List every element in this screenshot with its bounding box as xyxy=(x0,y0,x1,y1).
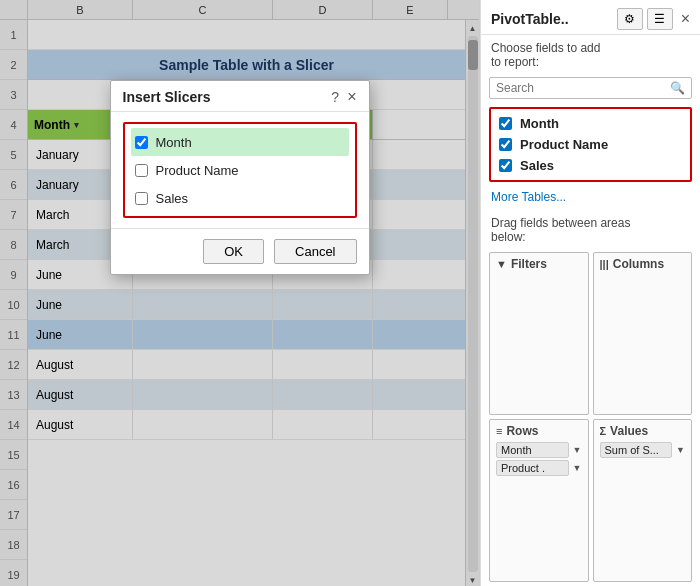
pivot-search-input[interactable] xyxy=(496,81,670,95)
field-checkbox-sales[interactable] xyxy=(499,159,512,172)
field-label-month: Month xyxy=(520,116,559,131)
area-columns-label: Columns xyxy=(613,257,664,271)
field-item-product-name[interactable]: Product Name xyxy=(491,134,690,155)
field-item-month[interactable]: Month xyxy=(491,113,690,134)
rows-product-label: Product . xyxy=(496,460,569,476)
pivot-area-rows: ≡ Rows Month ▼ Product . ▼ xyxy=(489,419,589,582)
area-rows-label: Rows xyxy=(506,424,538,438)
modal-title-bar: Insert Slicers ? × xyxy=(111,81,369,112)
modal-overlay: Insert Slicers ? × Month Product Name xyxy=(0,0,479,586)
spreadsheet-area: B C D E 1 2 3 4 5 6 7 8 9 10 11 12 13 14… xyxy=(0,0,480,586)
values-sum-label: Sum of S... xyxy=(600,442,673,458)
checkbox-sales-input[interactable] xyxy=(135,192,148,205)
checkbox-product-name-input[interactable] xyxy=(135,164,148,177)
pivot-drag-hint: Drag fields between areasbelow: xyxy=(481,208,700,248)
field-checkbox-product-name[interactable] xyxy=(499,138,512,151)
rows-month-arrow[interactable]: ▼ xyxy=(573,445,582,455)
area-filters-header: ▼ Filters xyxy=(496,257,582,271)
checkbox-product-name-label: Product Name xyxy=(156,163,239,178)
filter-icon: ▼ xyxy=(496,258,507,270)
pivot-search-box[interactable]: 🔍 xyxy=(489,77,692,99)
help-icon[interactable]: ? xyxy=(331,89,339,105)
modal-controls: ? × xyxy=(331,89,356,105)
pivot-settings-button[interactable]: ⚙ xyxy=(617,8,643,30)
checkbox-month-label: Month xyxy=(156,135,192,150)
values-sum-arrow[interactable]: ▼ xyxy=(676,445,685,455)
pivot-areas: ▼ Filters ||| Columns ≡ Rows Month ▼ Pro… xyxy=(481,248,700,586)
area-values-item-sum[interactable]: Sum of S... ▼ xyxy=(600,442,686,458)
area-filters-label: Filters xyxy=(511,257,547,271)
insert-slicers-dialog: Insert Slicers ? × Month Product Name xyxy=(110,80,370,275)
area-rows-header: ≡ Rows xyxy=(496,424,582,438)
search-icon: 🔍 xyxy=(670,81,685,95)
rows-icon: ≡ xyxy=(496,425,502,437)
field-label-sales: Sales xyxy=(520,158,554,173)
close-icon[interactable]: × xyxy=(347,89,356,105)
area-rows-item-product[interactable]: Product . ▼ xyxy=(496,460,582,476)
slicer-checkbox-group: Month Product Name Sales xyxy=(123,122,357,218)
area-values-label: Values xyxy=(610,424,648,438)
pivot-close-icon[interactable]: × xyxy=(681,10,690,28)
rows-month-label: Month xyxy=(496,442,569,458)
field-item-sales[interactable]: Sales xyxy=(491,155,690,176)
checkbox-sales-label: Sales xyxy=(156,191,189,206)
checkbox-product-name[interactable]: Product Name xyxy=(131,156,349,184)
more-tables-link[interactable]: More Tables... xyxy=(481,186,700,208)
pivot-subtitle: Choose fields to addto report: xyxy=(481,35,700,73)
pivot-area-columns: ||| Columns xyxy=(593,252,693,415)
rows-product-arrow[interactable]: ▼ xyxy=(573,463,582,473)
field-checkbox-month[interactable] xyxy=(499,117,512,130)
columns-icon: ||| xyxy=(600,258,609,270)
modal-body: Month Product Name Sales xyxy=(111,112,369,228)
checkbox-sales[interactable]: Sales xyxy=(131,184,349,212)
values-icon: Σ xyxy=(600,425,607,437)
area-values-header: Σ Values xyxy=(600,424,686,438)
field-label-product-name: Product Name xyxy=(520,137,608,152)
modal-footer: OK Cancel xyxy=(111,228,369,274)
area-rows-item-month[interactable]: Month ▼ xyxy=(496,442,582,458)
cancel-button[interactable]: Cancel xyxy=(274,239,356,264)
area-columns-header: ||| Columns xyxy=(600,257,686,271)
checkbox-month[interactable]: Month xyxy=(131,128,349,156)
pivot-panel: PivotTable.. ⚙ ☰ × Choose fields to addt… xyxy=(480,0,700,586)
pivot-menu-button[interactable]: ☰ xyxy=(647,8,673,30)
modal-title: Insert Slicers xyxy=(123,89,211,105)
pivot-field-list: Month Product Name Sales xyxy=(489,107,692,182)
pivot-title: PivotTable.. xyxy=(491,11,569,27)
pivot-area-values: Σ Values Sum of S... ▼ xyxy=(593,419,693,582)
pivot-area-filters: ▼ Filters xyxy=(489,252,589,415)
checkbox-month-input[interactable] xyxy=(135,136,148,149)
ok-button[interactable]: OK xyxy=(203,239,264,264)
pivot-header-icons: ⚙ ☰ × xyxy=(617,8,690,30)
pivot-header: PivotTable.. ⚙ ☰ × xyxy=(481,0,700,35)
